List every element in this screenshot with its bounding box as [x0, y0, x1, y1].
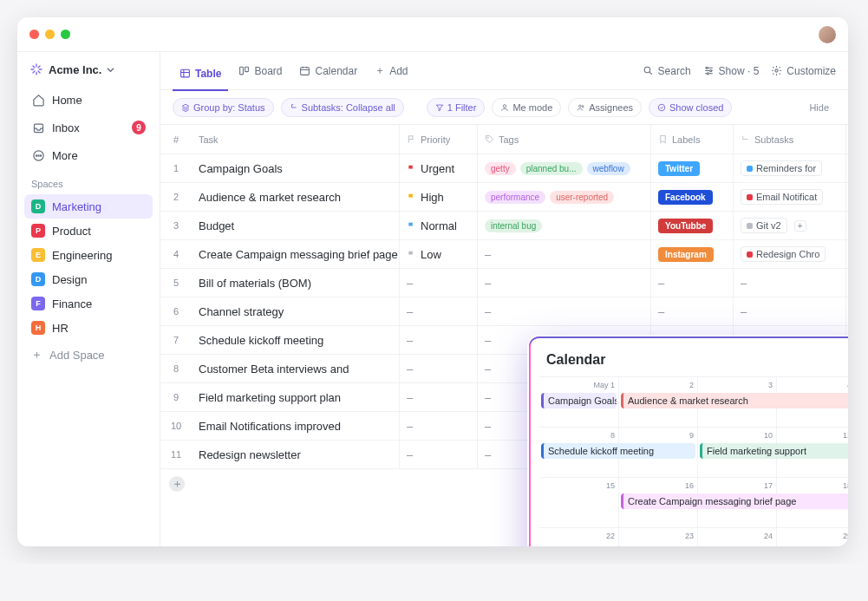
avatar[interactable] — [819, 26, 836, 43]
task-name[interactable]: Customer Beta interviews and — [192, 355, 400, 382]
col-tags[interactable]: Tags — [478, 125, 651, 154]
task-name[interactable]: Schedule kickoff meeting — [192, 326, 400, 354]
calendar-event[interactable]: Create Campaign messaging brief page — [621, 493, 848, 509]
workspace-switcher[interactable]: Acme Inc. — [24, 59, 153, 80]
customize-button[interactable]: Customize — [771, 65, 836, 77]
subtask-pill[interactable]: Redesign Chro — [741, 246, 826, 262]
calendar-cell[interactable]: 10Field marketing support — [697, 427, 776, 477]
calendar-cell[interactable]: 8Schedule kickoff meeting — [539, 427, 618, 477]
tag-pill[interactable]: performance — [485, 191, 545, 204]
nav-more[interactable]: More — [24, 142, 153, 168]
calendar-cell[interactable]: 16Create Campaign messaging brief page — [618, 477, 697, 527]
tag-pill[interactable]: getty — [485, 162, 516, 175]
labels-cell[interactable]: Twitter — [651, 154, 734, 182]
subtasks-cell[interactable]: – — [734, 297, 846, 325]
task-name[interactable]: Campaign Goals — [192, 154, 400, 182]
label-pill[interactable]: Facebook — [658, 190, 713, 205]
tab-board[interactable]: Board — [232, 60, 289, 82]
calendar-event[interactable]: Audience & market research — [621, 393, 848, 408]
priority-cell[interactable]: – — [400, 441, 478, 468]
tags-cell[interactable]: performanceuser-reported — [478, 183, 651, 211]
labels-cell[interactable]: Instagram — [651, 240, 734, 268]
label-pill[interactable]: Twitter — [658, 161, 700, 176]
nav-home[interactable]: Home — [24, 87, 153, 113]
priority-cell[interactable]: High — [400, 183, 478, 211]
tag-pill[interactable]: internal bug — [485, 219, 542, 232]
task-name[interactable]: Channel strategy — [192, 297, 400, 325]
sidebar-space-finance[interactable]: FFinance — [24, 291, 153, 316]
subtasks-cell[interactable]: Reminders for — [734, 154, 846, 182]
label-pill[interactable]: YouTubbe — [658, 219, 713, 233]
calendar-event[interactable]: Field marketing support — [700, 443, 848, 459]
calendar-cell[interactable]: 25 — [776, 527, 848, 546]
subtask-pill[interactable]: Email Notificat — [741, 189, 823, 205]
subtask-pill[interactable]: Git v2 — [741, 218, 787, 233]
show-button[interactable]: Show · 5 — [703, 65, 760, 77]
sidebar-space-product[interactable]: PProduct — [24, 219, 153, 243]
table-row[interactable]: 1 Campaign Goals Urgent gettyplanned bu.… — [160, 154, 848, 183]
sidebar-space-design[interactable]: DDesign — [24, 267, 153, 291]
calendar-cell[interactable]: 15 — [539, 477, 618, 527]
subtasks-cell[interactable]: Email Notificat — [734, 183, 846, 211]
priority-cell[interactable]: – — [400, 412, 478, 440]
calendar-event[interactable]: Schedule kickoff meeting — [541, 443, 695, 459]
labels-cell[interactable]: – — [651, 297, 734, 325]
calendar-event[interactable]: Campaign Goals — [541, 393, 617, 408]
hide-button[interactable]: Hide — [802, 99, 836, 116]
task-name[interactable]: Budget — [192, 212, 400, 239]
subtasks-cell[interactable]: Git v2+ — [734, 212, 846, 239]
search-button[interactable]: Search — [643, 65, 691, 77]
task-name[interactable]: Bill of materials (BOM) — [192, 269, 400, 297]
priority-cell[interactable]: – — [400, 326, 478, 354]
calendar-cell[interactable]: 22 — [539, 527, 618, 546]
label-pill[interactable]: Instagram — [658, 247, 714, 262]
col-index[interactable]: # — [160, 125, 192, 154]
subtasks-cell[interactable]: – — [734, 269, 846, 297]
tags-cell[interactable]: – — [478, 269, 651, 297]
add-space-button[interactable]: ＋ Add Space — [24, 342, 153, 368]
labels-cell[interactable]: – — [651, 269, 734, 297]
tag-pill[interactable]: planned bu... — [520, 162, 583, 175]
subtask-pill[interactable]: Reminders for — [741, 160, 822, 176]
tag-pill[interactable]: webflow — [587, 162, 630, 175]
nav-inbox[interactable]: Inbox 9 — [24, 114, 153, 140]
me-mode-pill[interactable]: Me mode — [492, 98, 561, 117]
priority-cell[interactable]: – — [400, 355, 478, 382]
calendar-cell[interactable]: 24 — [697, 527, 776, 546]
priority-cell[interactable]: – — [400, 297, 478, 325]
col-labels[interactable]: Labels — [651, 125, 734, 154]
tags-cell[interactable]: internal bug — [478, 212, 651, 239]
show-closed-pill[interactable]: Show closed — [649, 98, 732, 117]
labels-cell[interactable]: YouTubbe — [651, 212, 734, 239]
task-name[interactable]: Create Campaign messaging brief page — [192, 240, 400, 268]
tab-table[interactable]: Table — [173, 62, 228, 91]
calendar-cell[interactable]: 2Audience & market research — [618, 376, 697, 427]
col-task[interactable]: Task — [192, 125, 400, 154]
task-name[interactable]: Audience & market research — [192, 183, 400, 211]
table-row[interactable]: 6 Channel strategy – – – – — [160, 297, 848, 326]
sidebar-space-hr[interactable]: HHR — [24, 316, 153, 340]
close-window-button[interactable] — [29, 29, 39, 39]
task-name[interactable]: Field marketing support plan — [192, 383, 400, 411]
assignees-pill[interactable]: Assignees — [568, 98, 642, 117]
labels-cell[interactable]: Facebook — [651, 183, 734, 211]
table-row[interactable]: 5 Bill of materials (BOM) – – – – — [160, 269, 848, 297]
priority-cell[interactable]: – — [400, 269, 478, 297]
sidebar-space-marketing[interactable]: DMarketing — [24, 194, 153, 219]
priority-cell[interactable]: Urgent — [400, 154, 478, 182]
add-subtask-button[interactable]: + — [794, 220, 806, 232]
add-view[interactable]: ＋ Add — [368, 58, 414, 83]
subtasks-pill[interactable]: Subtasks: Collapse all — [281, 98, 404, 117]
calendar-cell[interactable]: May 1Campaign Goals — [539, 376, 618, 427]
priority-cell[interactable]: Low — [400, 240, 478, 268]
table-row[interactable]: 2 Audience & market research High perfor… — [160, 183, 848, 212]
sidebar-space-engineering[interactable]: EEngineering — [24, 243, 153, 267]
tags-cell[interactable]: gettyplanned bu...webflow — [478, 154, 651, 182]
table-row[interactable]: 3 Budget Normal internal bug YouTubbe Gi… — [160, 212, 848, 240]
priority-cell[interactable]: – — [400, 383, 478, 411]
add-task-button[interactable]: ＋ — [169, 476, 185, 492]
col-subtasks[interactable]: Subtasks — [734, 125, 846, 154]
col-priority[interactable]: Priority — [400, 125, 478, 154]
tags-cell[interactable]: – — [478, 240, 651, 268]
tab-calendar[interactable]: Calendar — [292, 60, 364, 82]
